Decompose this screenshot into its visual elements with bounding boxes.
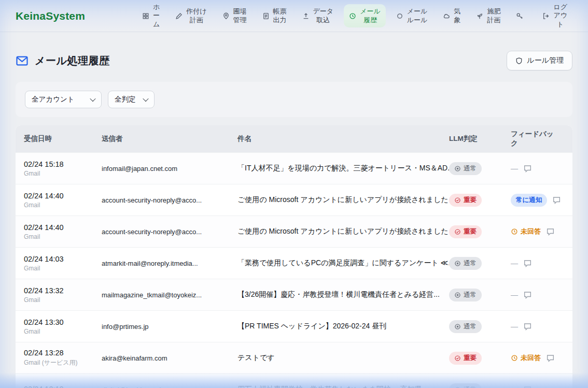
comment-bubble-icon[interactable] xyxy=(552,196,561,205)
nav-item-data-import[interactable]: データ 取込 xyxy=(297,4,339,27)
subject-cell: 【PR TIMES ヘッドライン】2026-02-24 昼刊 xyxy=(237,322,449,331)
sender-cell: mailmagazine_tkmail@toyokeiz... xyxy=(102,291,237,299)
nav-label: 圃場 管理 xyxy=(233,7,247,24)
circle-x-icon xyxy=(454,292,461,298)
comment-bubble-icon[interactable] xyxy=(546,354,555,363)
no-feedback-dash: — xyxy=(511,259,518,267)
llm-badge: 重要 xyxy=(449,225,482,238)
llm-badge: 重要 xyxy=(449,352,482,365)
llm-badge-label: 重要 xyxy=(464,354,477,363)
page-title: メール処理履歴 xyxy=(35,54,109,68)
unanswered-status: 未回答 xyxy=(511,227,541,236)
llm-badge: 通常 xyxy=(449,320,482,333)
logout-icon xyxy=(542,12,550,20)
circle-x-icon xyxy=(454,323,461,330)
llm-badge: 通常 xyxy=(449,257,482,270)
table-row[interactable]: 02/24 13:30Gmail info@prtimes.jp 【PR TIM… xyxy=(16,310,572,342)
received-datetime-cell: 02/24 15:18Gmail xyxy=(24,160,102,177)
nav-label: メール 履歴 xyxy=(360,7,381,24)
clock-icon xyxy=(511,354,518,362)
nav-item-mail-history[interactable]: メール 履歴 xyxy=(344,4,386,27)
comment-bubble-icon[interactable] xyxy=(523,259,532,268)
nav-item-field-management[interactable]: 圃場 管理 xyxy=(217,4,252,27)
nav-item-mail-rules[interactable]: メール ルール xyxy=(391,4,433,27)
pencil-icon xyxy=(175,12,183,20)
table-row[interactable]: 02/24 14:40Gmail account-security-norepl… xyxy=(16,215,572,247)
table-row[interactable]: 02/24 12:10 digital@kochinews.jp 四万十福祉専門… xyxy=(16,373,572,388)
feedback-group: — xyxy=(511,322,558,331)
circle-x-icon xyxy=(454,165,461,172)
grid-icon xyxy=(142,12,149,20)
nav-item-home[interactable]: ホ ー ム xyxy=(137,0,165,32)
filter-bar: 全アカウント 全判定 xyxy=(16,82,572,117)
llm-judgment-cell: 重要 xyxy=(449,194,511,207)
llm-badge-label: 通常 xyxy=(464,164,477,173)
table-header-row: 受信日時 送信者 件名 LLM判定 フィードバック xyxy=(16,125,572,152)
feedback-cell: — xyxy=(511,322,564,331)
nav-label: ホ ー ム xyxy=(153,3,160,28)
sender-cell: info@prtimes.jp xyxy=(102,323,237,330)
nav-item-api-key[interactable] xyxy=(511,9,532,23)
nav-item-logout[interactable]: ログ アウ ト xyxy=(537,0,572,32)
header-received-datetime: 受信日時 xyxy=(24,134,102,143)
subject-cell: 【3/26開催】慶応・岸教授登壇！横川電機責任者とみる経営... xyxy=(237,290,449,299)
llm-badge: 重要 xyxy=(449,194,482,207)
received-datetime-cell: 02/24 13:30Gmail xyxy=(24,318,102,335)
account-filter-select[interactable]: 全アカウント xyxy=(25,91,102,108)
received-datetime-cell: 02/24 14:40Gmail xyxy=(24,192,102,209)
comment-bubble-icon[interactable] xyxy=(523,385,532,388)
nav-label: 作付け 計画 xyxy=(186,7,206,24)
table-row[interactable]: 02/24 15:18Gmail infomail@japan.cnet.com… xyxy=(16,152,572,184)
map-pin-icon xyxy=(222,12,230,20)
received-datetime-cell: 02/24 12:10 xyxy=(24,385,102,388)
always-notify-badge: 常に通知 xyxy=(511,194,547,207)
table-row[interactable]: 02/24 13:32Gmail mailmagazine_tkmail@toy… xyxy=(16,279,572,310)
nav-label: メール ルール xyxy=(407,7,428,24)
no-feedback-dash: — xyxy=(511,164,518,173)
llm-judgment-cell: 重要 xyxy=(449,352,511,365)
feedback-cell: — xyxy=(511,259,564,268)
llm-badge: 通常 xyxy=(449,289,482,301)
page-header: メール処理履歴 ルール管理 xyxy=(16,51,572,70)
sender-cell: atmarkit-mail@noreply.itmedia... xyxy=(102,260,237,267)
mail-icon xyxy=(16,54,29,67)
feedback-cell: — xyxy=(511,164,564,173)
nav-label: 施肥 計画 xyxy=(487,7,500,24)
received-datetime-cell: 02/24 13:28Gmail (サービス用) xyxy=(24,349,102,367)
brand-logo[interactable]: KeinaSystem xyxy=(16,10,85,22)
comment-bubble-icon[interactable] xyxy=(546,227,555,236)
judgment-filter-select[interactable]: 全判定 xyxy=(108,91,155,108)
account-label: Gmail xyxy=(24,265,95,272)
document-icon xyxy=(262,12,270,20)
comment-bubble-icon[interactable] xyxy=(523,322,532,331)
subject-cell: 「IT人材不足」を現場の力で解決。三菱オートリース・MS＆AD... xyxy=(237,164,449,173)
table-row[interactable]: 02/24 14:03Gmail atmarkit-mail@noreply.i… xyxy=(16,247,572,279)
subject-cell: ご使用の Microsoft アカウントに新しいアプリが接続されました xyxy=(237,227,449,236)
chevron-down-icon xyxy=(90,96,95,102)
comment-bubble-icon[interactable] xyxy=(523,291,532,299)
llm-badge-label: 通常 xyxy=(464,385,477,388)
sender-cell: infomail@japan.cnet.com xyxy=(102,165,237,173)
nav-item-planting-plan[interactable]: 作付け 計画 xyxy=(170,4,212,27)
cloud-icon xyxy=(443,12,450,20)
no-feedback-dash: — xyxy=(511,322,518,330)
chevron-down-icon xyxy=(143,96,148,102)
nav-item-fertilizer-plan[interactable]: 施肥 計画 xyxy=(471,4,506,27)
rule-management-button[interactable]: ルール管理 xyxy=(507,51,572,70)
received-datetime-cell: 02/24 14:03Gmail xyxy=(24,255,102,272)
nav-item-report-output[interactable]: 帳票 出力 xyxy=(257,4,292,27)
table-row[interactable]: 02/24 14:40Gmail account-security-norepl… xyxy=(16,184,572,215)
llm-badge: 通常 xyxy=(449,162,482,175)
upload-icon xyxy=(302,12,310,20)
account-label: Gmail xyxy=(24,233,95,240)
subject-cell: ご使用の Microsoft アカウントに新しいアプリが接続されました xyxy=(237,195,449,205)
table-row[interactable]: 02/24 13:28Gmail (サービス用) akira@keinafarm… xyxy=(16,342,572,373)
mail-history-table: 受信日時 送信者 件名 LLM判定 フィードバック 02/24 15:18Gma… xyxy=(16,125,572,388)
account-label: Gmail xyxy=(24,328,95,335)
nav-item-weather[interactable]: 気 象 xyxy=(438,4,466,27)
comment-bubble-icon[interactable] xyxy=(523,164,532,173)
llm-judgment-cell: 通常 xyxy=(449,289,511,301)
key-icon xyxy=(516,12,523,20)
unanswered-status: 未回答 xyxy=(511,353,541,363)
received-datetime-cell: 02/24 13:32Gmail xyxy=(24,286,102,304)
